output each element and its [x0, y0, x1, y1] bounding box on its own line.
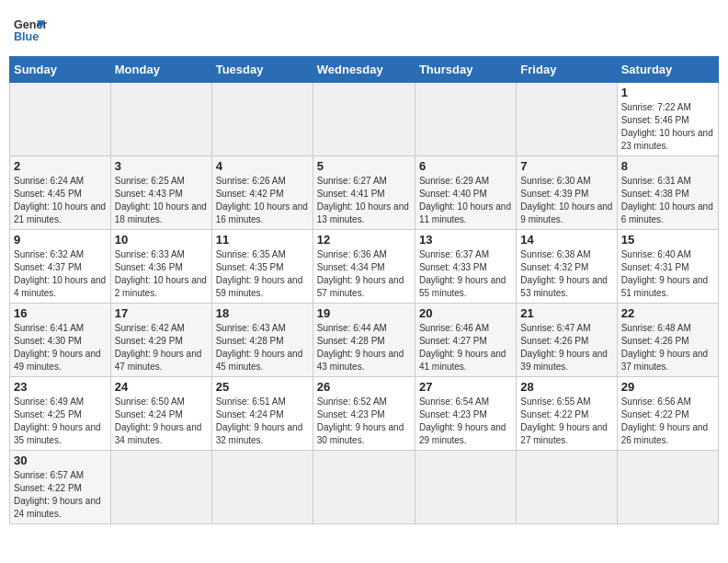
calendar-cell: 15Sunrise: 6:40 AMSunset: 4:31 PMDayligh… — [617, 230, 718, 304]
day-info: Sunrise: 6:37 AMSunset: 4:33 PMDaylight:… — [419, 248, 512, 300]
day-number: 24 — [115, 380, 208, 394]
weekday-header-sunday: Sunday — [10, 57, 111, 83]
day-info: Sunrise: 6:50 AMSunset: 4:24 PMDaylight:… — [115, 396, 208, 447]
day-number: 14 — [520, 233, 612, 247]
calendar-cell: 16Sunrise: 6:41 AMSunset: 4:30 PMDayligh… — [10, 304, 111, 377]
day-number: 18 — [216, 306, 309, 320]
weekday-header-tuesday: Tuesday — [211, 57, 313, 83]
day-number: 3 — [115, 159, 208, 173]
day-info: Sunrise: 6:46 AMSunset: 4:27 PMDaylight:… — [419, 322, 512, 373]
weekday-header-saturday: Saturday — [617, 57, 718, 83]
general-blue-logo-icon: General Blue — [14, 14, 47, 47]
day-info: Sunrise: 6:30 AMSunset: 4:39 PMDaylight:… — [520, 175, 612, 226]
day-info: Sunrise: 7:22 AMSunset: 5:46 PMDaylight:… — [621, 101, 714, 153]
calendar-cell: 29Sunrise: 6:56 AMSunset: 4:22 PMDayligh… — [617, 377, 718, 451]
calendar-cell: 9Sunrise: 6:32 AMSunset: 4:37 PMDaylight… — [10, 230, 111, 304]
calendar-cell: 24Sunrise: 6:50 AMSunset: 4:24 PMDayligh… — [110, 377, 211, 451]
calendar-cell — [517, 451, 617, 524]
day-number: 22 — [621, 306, 714, 320]
calendar-cell — [415, 83, 516, 156]
day-number: 9 — [14, 233, 107, 247]
calendar-cell: 4Sunrise: 6:26 AMSunset: 4:42 PMDaylight… — [211, 156, 313, 230]
calendar-week-3: 16Sunrise: 6:41 AMSunset: 4:30 PMDayligh… — [10, 304, 719, 377]
day-info: Sunrise: 6:38 AMSunset: 4:32 PMDaylight:… — [520, 248, 612, 300]
day-number: 19 — [317, 306, 411, 320]
day-info: Sunrise: 6:27 AMSunset: 4:41 PMDaylight:… — [317, 175, 411, 226]
day-number: 2 — [14, 159, 107, 173]
day-info: Sunrise: 6:57 AMSunset: 4:22 PMDaylight:… — [14, 469, 107, 521]
day-number: 23 — [14, 380, 107, 394]
calendar-cell: 25Sunrise: 6:51 AMSunset: 4:24 PMDayligh… — [211, 377, 313, 451]
day-number: 26 — [317, 380, 411, 394]
calendar-cell: 12Sunrise: 6:36 AMSunset: 4:34 PMDayligh… — [313, 230, 415, 304]
day-info: Sunrise: 6:41 AMSunset: 4:30 PMDaylight:… — [14, 322, 107, 373]
calendar-cell — [10, 83, 111, 156]
calendar-week-1: 2Sunrise: 6:24 AMSunset: 4:45 PMDaylight… — [10, 156, 719, 230]
calendar-cell: 22Sunrise: 6:48 AMSunset: 4:26 PMDayligh… — [617, 304, 718, 377]
day-info: Sunrise: 6:40 AMSunset: 4:31 PMDaylight:… — [621, 248, 714, 300]
day-number: 13 — [419, 233, 512, 247]
day-number: 4 — [216, 159, 309, 173]
calendar-cell: 27Sunrise: 6:54 AMSunset: 4:23 PMDayligh… — [415, 377, 516, 451]
day-number: 27 — [419, 380, 512, 394]
day-info: Sunrise: 6:56 AMSunset: 4:22 PMDaylight:… — [621, 396, 714, 447]
day-number: 12 — [317, 233, 411, 247]
calendar-cell: 11Sunrise: 6:35 AMSunset: 4:35 PMDayligh… — [211, 230, 313, 304]
page-header: General Blue — [9, 9, 719, 47]
day-info: Sunrise: 6:33 AMSunset: 4:36 PMDaylight:… — [115, 248, 208, 300]
logo: General Blue — [14, 14, 47, 47]
calendar-cell — [415, 451, 516, 524]
calendar-cell: 1Sunrise: 7:22 AMSunset: 5:46 PMDaylight… — [617, 83, 718, 156]
day-number: 10 — [115, 233, 208, 247]
day-info: Sunrise: 6:32 AMSunset: 4:37 PMDaylight:… — [14, 248, 107, 300]
day-info: Sunrise: 6:35 AMSunset: 4:35 PMDaylight:… — [216, 248, 309, 300]
calendar-cell: 20Sunrise: 6:46 AMSunset: 4:27 PMDayligh… — [415, 304, 516, 377]
day-info: Sunrise: 6:42 AMSunset: 4:29 PMDaylight:… — [115, 322, 208, 373]
day-info: Sunrise: 6:55 AMSunset: 4:22 PMDaylight:… — [520, 396, 612, 447]
day-info: Sunrise: 6:47 AMSunset: 4:26 PMDaylight:… — [520, 322, 612, 373]
svg-text:Blue: Blue — [14, 30, 39, 43]
day-info: Sunrise: 6:29 AMSunset: 4:40 PMDaylight:… — [419, 175, 512, 226]
day-number: 28 — [520, 380, 612, 394]
calendar-week-4: 23Sunrise: 6:49 AMSunset: 4:25 PMDayligh… — [10, 377, 719, 451]
calendar-cell: 18Sunrise: 6:43 AMSunset: 4:28 PMDayligh… — [211, 304, 313, 377]
calendar-cell — [313, 83, 415, 156]
calendar-cell: 26Sunrise: 6:52 AMSunset: 4:23 PMDayligh… — [313, 377, 415, 451]
day-info: Sunrise: 6:26 AMSunset: 4:42 PMDaylight:… — [216, 175, 309, 226]
calendar-cell — [211, 451, 313, 524]
day-number: 5 — [317, 159, 411, 173]
day-info: Sunrise: 6:36 AMSunset: 4:34 PMDaylight:… — [317, 248, 411, 300]
day-number: 25 — [216, 380, 309, 394]
calendar-cell — [110, 83, 211, 156]
day-info: Sunrise: 6:25 AMSunset: 4:43 PMDaylight:… — [115, 175, 208, 226]
day-number: 21 — [520, 306, 612, 320]
day-info: Sunrise: 6:48 AMSunset: 4:26 PMDaylight:… — [621, 322, 714, 373]
calendar-cell: 7Sunrise: 6:30 AMSunset: 4:39 PMDaylight… — [517, 156, 617, 230]
calendar-cell: 23Sunrise: 6:49 AMSunset: 4:25 PMDayligh… — [10, 377, 111, 451]
day-number: 16 — [14, 306, 107, 320]
day-number: 29 — [621, 380, 714, 394]
day-number: 17 — [115, 306, 208, 320]
day-info: Sunrise: 6:49 AMSunset: 4:25 PMDaylight:… — [14, 396, 107, 447]
calendar-cell: 8Sunrise: 6:31 AMSunset: 4:38 PMDaylight… — [617, 156, 718, 230]
weekday-header-thursday: Thursday — [415, 57, 516, 83]
calendar-cell — [517, 83, 617, 156]
calendar-cell: 19Sunrise: 6:44 AMSunset: 4:28 PMDayligh… — [313, 304, 415, 377]
calendar-cell: 3Sunrise: 6:25 AMSunset: 4:43 PMDaylight… — [110, 156, 211, 230]
calendar-cell — [617, 451, 718, 524]
day-info: Sunrise: 6:44 AMSunset: 4:28 PMDaylight:… — [317, 322, 411, 373]
weekday-header-wednesday: Wednesday — [313, 57, 415, 83]
calendar-cell: 21Sunrise: 6:47 AMSunset: 4:26 PMDayligh… — [517, 304, 617, 377]
calendar-cell — [313, 451, 415, 524]
calendar-cell: 5Sunrise: 6:27 AMSunset: 4:41 PMDaylight… — [313, 156, 415, 230]
calendar-cell — [211, 83, 313, 156]
day-info: Sunrise: 6:43 AMSunset: 4:28 PMDaylight:… — [216, 322, 309, 373]
day-number: 11 — [216, 233, 309, 247]
calendar-cell: 30Sunrise: 6:57 AMSunset: 4:22 PMDayligh… — [10, 451, 111, 524]
calendar-cell: 28Sunrise: 6:55 AMSunset: 4:22 PMDayligh… — [517, 377, 617, 451]
calendar-cell: 2Sunrise: 6:24 AMSunset: 4:45 PMDaylight… — [10, 156, 111, 230]
calendar-week-5: 30Sunrise: 6:57 AMSunset: 4:22 PMDayligh… — [10, 451, 719, 524]
calendar-cell: 13Sunrise: 6:37 AMSunset: 4:33 PMDayligh… — [415, 230, 516, 304]
day-number: 15 — [621, 233, 714, 247]
weekday-header-row: SundayMondayTuesdayWednesdayThursdayFrid… — [10, 57, 719, 83]
